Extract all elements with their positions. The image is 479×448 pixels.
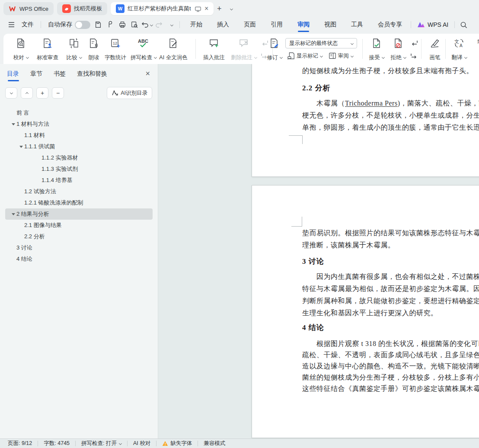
reject-icon (393, 37, 404, 49)
tab-docer[interactable]: 找稻壳模板 (57, 2, 107, 15)
read-aloud-button[interactable]: 朗读 (86, 37, 102, 61)
menu-view[interactable]: 视图 (320, 19, 341, 30)
toc-item[interactable]: 1 材料与方法 (5, 118, 153, 130)
review-ribbon: 校对 标准审查 比较 朗读 12 字数统计 (3, 34, 479, 64)
add-tab-button[interactable]: + (214, 3, 225, 14)
track-changes-icon (269, 37, 280, 49)
delete-comment-button[interactable]: 删除批注 (229, 37, 259, 61)
missing-font-warning[interactable]: 缺失字体 (156, 440, 198, 447)
reject-button[interactable]: 拒绝 (387, 37, 409, 61)
toc-item[interactable]: 1.1.1 供试菌 (5, 141, 153, 152)
page-indicator[interactable]: 页面: 9/12 (7, 440, 38, 447)
text-boundary-mark (302, 135, 303, 144)
menu-review[interactable]: 审阅 (293, 19, 314, 30)
toc-item[interactable]: 2.1 图像与结果 (5, 220, 153, 231)
print-preview-icon[interactable] (128, 19, 141, 30)
zoom-in-button[interactable]: + (36, 87, 48, 99)
print-icon[interactable] (116, 19, 128, 30)
compare-icon (68, 37, 80, 49)
toc-item-selected[interactable]: 2 结果与分析 (5, 208, 153, 220)
compare-button[interactable]: 比较 (63, 37, 85, 61)
prev-change-icon[interactable] (409, 38, 419, 48)
collapse-up-button[interactable] (21, 87, 33, 99)
compatibility-mode-indicator[interactable]: 兼容模式 (198, 440, 231, 447)
toc-item[interactable]: 1.1.4 培养基 (5, 175, 153, 186)
tab-bookmarks[interactable]: 书签 (54, 70, 66, 81)
accept-button[interactable]: 接受 (366, 37, 387, 61)
ink-pen-button[interactable]: 画笔 (425, 37, 444, 61)
divider (195, 39, 196, 59)
standard-review-icon (42, 37, 53, 49)
body-text-line: 特征与木霉属最为相似，故而还是初步鉴定为木霉属。因只 (302, 285, 479, 294)
wps-ai-button[interactable]: WPS AI (414, 21, 452, 28)
spell-check-button[interactable]: ABC 拼写检查 (130, 37, 157, 61)
toc-item[interactable]: 1.2 试验方法 (5, 186, 153, 197)
ai-proofread-button[interactable]: AI 校对 (128, 440, 156, 447)
ai-recognize-toc-button[interactable]: AI识别目录 (107, 87, 152, 99)
spell-check-status[interactable]: 拼写检查: 打开 (76, 440, 127, 447)
translate-button[interactable]: 文A 翻译 (449, 37, 469, 61)
menu-tools[interactable]: 工具 (347, 19, 367, 30)
review-pane-button[interactable]: 审阅 (329, 52, 353, 60)
next-change-icon[interactable] (409, 51, 419, 61)
more-commands-chevron-icon[interactable] (165, 19, 177, 30)
status-bar: 页面: 9/12 字数: 4745 拼写检查: 打开 AI 校对 缺失字体 兼容… (0, 438, 479, 448)
menu-reference[interactable]: 引用 (266, 19, 287, 30)
track-changes-button[interactable]: 修订 (265, 37, 284, 61)
expand-down-button[interactable] (5, 87, 17, 99)
toc-item[interactable]: 1.2.1 铬酸洗涤液的配制 (5, 197, 153, 208)
toc-item[interactable]: 1.1 材料 (5, 130, 153, 141)
body-text-line: 造以及边缘与中心的颜色、构造不一致。光镜下能较清晰的 (302, 362, 479, 371)
collapse-arrow-icon[interactable] (10, 123, 16, 125)
toc-item[interactable]: 前 言 (5, 107, 153, 118)
show-markup-button[interactable]: 显示标记 (287, 52, 323, 60)
jianfan-convert-button[interactable]: 简 繁 (471, 37, 479, 61)
toc-item[interactable]: 4 结论 (5, 253, 153, 265)
menu-member[interactable]: 会员专享 (374, 19, 406, 30)
window-tab-bar: WPS Office 找稻壳模板 W 红豆杉产紫杉醇内生真菌t 318 × + (0, 0, 479, 17)
redo-icon[interactable] (153, 19, 165, 30)
document-page-top[interactable]: 的短侧枝成为分生孢子梗，分枝较多且末端有孢子头。 2.2 分析 木霉属（Tric… (252, 64, 479, 177)
tab-document[interactable]: W 红豆杉产紫杉醇内生真菌t 318 × (111, 2, 214, 15)
tab-toc[interactable]: 目录 (7, 70, 19, 81)
document-canvas[interactable]: 的短侧枝成为分生孢子梗，分枝较多且末端有孢子头。 2.2 分析 木霉属（Tric… (158, 64, 479, 438)
search-icon[interactable] (457, 19, 469, 30)
autosave-toggle[interactable] (75, 21, 90, 29)
menu-page[interactable]: 页面 (240, 19, 260, 30)
toc-item[interactable]: 1.1.2 实验器材 (5, 152, 153, 163)
ai-polish-button[interactable]: AI 全文润色 (156, 37, 191, 61)
document-page-bottom[interactable]: 垫而易识别。根据照片的结果可知该菌株形态特征与木霉属 理推断，该菌株属于木霉属。… (252, 185, 479, 438)
wps-logo-icon (9, 5, 16, 12)
svg-text:文: 文 (454, 39, 459, 44)
collapse-arrow-icon[interactable] (18, 146, 24, 148)
save-icon[interactable] (92, 19, 104, 30)
tab-wps-home[interactable]: WPS Office (3, 2, 54, 15)
menu-home[interactable]: 开始 (186, 19, 207, 30)
menu-file[interactable]: 文件 (17, 19, 38, 30)
monitor-icon[interactable] (195, 6, 201, 12)
markup-state-select[interactable]: 显示标记的最终状态 (285, 38, 357, 48)
warning-icon (162, 441, 168, 446)
toc-item[interactable]: 2.2 分析 (5, 231, 153, 242)
standard-review-button[interactable]: 标准审查 (34, 37, 61, 61)
autosave-control[interactable]: 自动保存 (44, 21, 92, 29)
insert-comment-icon (208, 37, 220, 49)
proofread-button[interactable]: 校对 (10, 37, 32, 61)
close-sidebar-icon[interactable]: × (145, 69, 150, 78)
menu-insert[interactable]: 插入 (213, 19, 233, 30)
close-tab-icon[interactable]: × (204, 5, 208, 13)
menu-bar: 文件 自动保存 开始 插入 页面 引用 审阅 视图 工具 (0, 17, 479, 32)
toc-item[interactable]: 1.1.3 实验试剂 (5, 163, 153, 175)
word-count-indicator[interactable]: 字数: 4745 (38, 440, 75, 447)
zoom-out-button[interactable]: − (52, 87, 64, 99)
undo-icon[interactable] (141, 19, 153, 30)
hamburger-icon[interactable] (5, 19, 17, 30)
tab-find-replace[interactable]: 查找和替换 (77, 70, 107, 81)
tab-list-chevron-icon[interactable] (225, 3, 236, 14)
word-count-button[interactable]: 12 字数统计 (103, 37, 128, 61)
collapse-arrow-icon[interactable] (10, 213, 16, 215)
toc-item[interactable]: 3 讨论 (5, 242, 153, 253)
export-pdf-icon[interactable] (104, 19, 116, 30)
insert-comment-button[interactable]: 插入批注 (201, 37, 227, 61)
tab-chapters[interactable]: 章节 (30, 70, 42, 81)
